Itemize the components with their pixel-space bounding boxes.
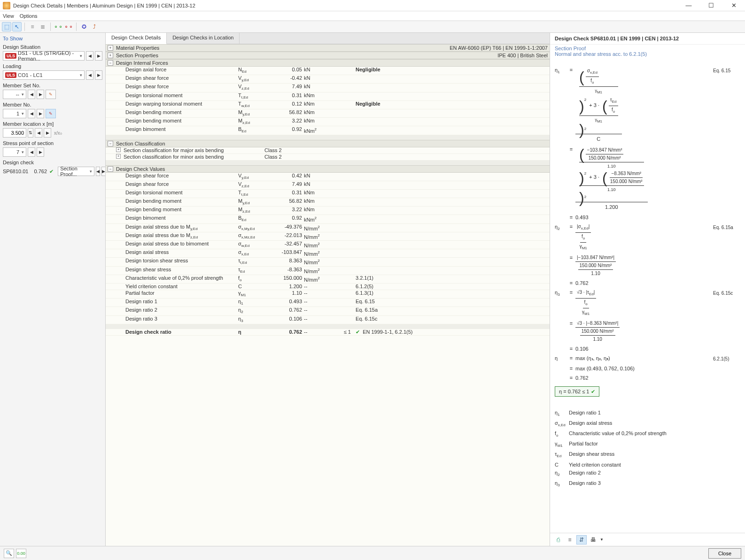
check-select[interactable]: Section Proof... (58, 167, 94, 176)
loading-select[interactable]: ULS CO1 - LC1 (3, 70, 85, 80)
footer-tool-1[interactable]: 🔍 (4, 549, 14, 558)
grp-values[interactable]: − Design Check Values (106, 165, 550, 173)
tabs: Design Check Details Design Checks in Lo… (106, 33, 550, 44)
situation-next[interactable]: ▶ (95, 51, 102, 61)
memberno-pick[interactable]: ✎ (46, 109, 56, 118)
grp-forces[interactable]: − Design Internal Forces (106, 59, 550, 67)
stresspoint-next[interactable]: ▶ (37, 147, 44, 157)
expand-icon[interactable]: + (116, 154, 121, 159)
table-row: + Section classification for minor axis … (106, 154, 550, 161)
rp-tool-2[interactable]: ≡ (565, 535, 575, 545)
maximize-button[interactable]: ☐ (703, 2, 720, 9)
close-button[interactable]: Close (708, 548, 741, 559)
rp-tool-print[interactable]: 🖶 (588, 535, 598, 545)
main-toolbar: ⬚ ↖ ≡ ≣ ⚬⚬ ⚬⚬ ✪ ⤴ (0, 21, 745, 33)
rp-tool-3[interactable]: ⇵ (576, 535, 587, 545)
location-prev[interactable]: ◀ (35, 128, 42, 138)
check-next[interactable]: ▶ (101, 167, 106, 176)
check-ok-icon: ✔ (49, 169, 54, 175)
situation-select[interactable]: ULS DS1 - ULS (STR/GEO) - Perman... (3, 51, 85, 61)
table-row: Design axial force NEd 0.05 kN Negligibl… (106, 67, 550, 75)
rp-title: Design Check SP6810.01 | EN 1999 | CEN |… (550, 33, 745, 45)
situation-prev[interactable]: ◀ (86, 51, 93, 61)
memberno-select[interactable]: 1 (3, 109, 26, 118)
memberno-prev[interactable]: ◀ (28, 109, 35, 118)
tool-6[interactable]: ⚬⚬ (64, 22, 73, 31)
loading-label: Loading (3, 63, 102, 69)
window-buttons: — ☐ ✕ (680, 2, 742, 9)
titlebar: Design Check Details | Members | Aluminu… (0, 0, 745, 11)
loading-prev[interactable]: ◀ (86, 70, 93, 80)
tool-2[interactable]: ↖ (12, 22, 22, 31)
loading-next[interactable]: ▶ (95, 70, 102, 80)
memberset-select[interactable]: -- (3, 90, 26, 99)
menu-view[interactable]: View (3, 13, 14, 19)
grp-section[interactable]: + Section Properties IPE 400 | British S… (106, 52, 550, 59)
uls-badge: ULS (5, 72, 16, 78)
tab-details[interactable]: Design Check Details (106, 33, 167, 44)
uls-badge: ULS (5, 53, 16, 59)
location-spin[interactable]: ⇅ (28, 128, 33, 138)
check-prev[interactable]: ◀ (96, 167, 100, 176)
menubar: View Options (0, 11, 745, 21)
table-row: Design bending moment Mz,Ed 3.22 kNm (106, 118, 550, 126)
situation-label: Design Situation (3, 44, 102, 50)
stresspoint-prev[interactable]: ◀ (28, 147, 35, 157)
result-box: η = 0.762 ≤ 1 ✔ (555, 386, 599, 397)
rp-tool-1[interactable]: ⎙ (553, 535, 563, 545)
grp-material[interactable]: + Material Properties EN AW-6060 (EP) T6… (106, 44, 550, 52)
memberset-next[interactable]: ▶ (37, 90, 44, 99)
sidebar: To Show Design Situation ULS DS1 - ULS (… (0, 33, 106, 546)
location-xloc: x/x₀ (53, 130, 63, 136)
table-row: Design warping torsional moment Tw,Ed 0.… (106, 101, 550, 109)
legend-row: γM1 Partial factor (555, 440, 740, 450)
table-row: Design axial stress σx,Ed -103.847 N/mm2 (106, 249, 550, 258)
tool-7[interactable]: ✪ (79, 22, 89, 31)
expand-icon[interactable]: + (108, 45, 113, 51)
memberset-prev[interactable]: ◀ (28, 90, 35, 99)
tool-5[interactable]: ⚬⚬ (54, 22, 63, 31)
tool-3[interactable]: ≡ (28, 22, 37, 31)
location-input[interactable] (3, 128, 26, 138)
expand-icon[interactable]: + (116, 147, 121, 152)
menu-options[interactable]: Options (20, 13, 38, 19)
memberno-next[interactable]: ▶ (37, 109, 44, 118)
grp-classif[interactable]: − Section Classification (106, 140, 550, 147)
footer-tool-2[interactable]: 0.00 (16, 549, 26, 558)
table-row: Design shear force Vy,Ed -0.42 kN (106, 75, 550, 84)
memberset-tool[interactable]: ✎ (46, 90, 56, 99)
footer: 🔍 0.00 Close (0, 546, 745, 560)
location-next[interactable]: ▶ (44, 128, 51, 138)
check-ratio: 0.762 (34, 169, 47, 174)
rp-sub1: Section Proof (555, 46, 740, 51)
table-row: Design bending moment Mz,Ed 3.22 kNm (106, 207, 550, 215)
tool-1[interactable]: ⬚ (2, 22, 11, 31)
sidebar-header: To Show (3, 36, 102, 41)
minimize-button[interactable]: — (680, 2, 697, 9)
check-ok-icon: ✔ (356, 329, 360, 335)
collapse-icon[interactable]: − (108, 166, 113, 172)
rp-body: η1= ( σx,Edfo γM1 )2 + 3 · ( τEdfo γM1 (550, 61, 745, 533)
collapse-icon[interactable]: − (108, 141, 113, 146)
check-label: Design check (3, 160, 102, 165)
table-row: + Section classification for major axis … (106, 147, 550, 154)
expand-icon[interactable]: + (108, 53, 113, 58)
stresspoint-select[interactable]: 7 (3, 147, 26, 157)
table-row: Design axial stress due to Mz,Ed σx,Mz,E… (106, 232, 550, 241)
close-window-button[interactable]: ✕ (725, 2, 742, 9)
legend-row: τEd Design shear stress (555, 450, 740, 460)
tool-4[interactable]: ≣ (38, 22, 47, 31)
center-panel: Design Check Details Design Checks in Lo… (106, 33, 550, 546)
tab-location[interactable]: Design Checks in Location (167, 33, 240, 44)
table-row: Design torsional moment Tt,Ed 0.31 kNm (106, 92, 550, 101)
legend-row: C Yield criterion constant (555, 461, 740, 468)
collapse-icon[interactable]: − (108, 60, 113, 66)
table-row: Design axial stress due to bimoment σw,E… (106, 241, 550, 249)
right-panel: Design Check SP6810.01 | EN 1999 | CEN |… (550, 33, 745, 546)
legend-row: η2 Design ratio 2 (555, 469, 740, 479)
legend-row: σx,Ed Design axial stress (555, 419, 740, 429)
table-row: Design ratio 1 η1 0.493 -- Eq. 6.15 (106, 299, 550, 307)
tool-8[interactable]: ⤴ (90, 22, 99, 31)
rp-tool-dropdown[interactable]: ▼ (600, 537, 604, 542)
check-id: SP6810.01 (3, 169, 28, 174)
